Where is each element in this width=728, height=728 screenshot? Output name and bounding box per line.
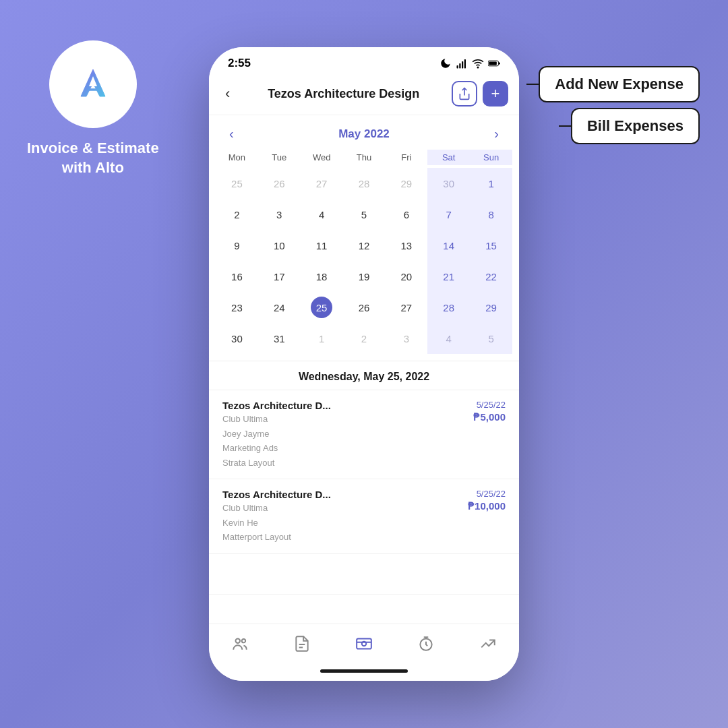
- expense-project-name: Tezos Architecture D...: [222, 400, 331, 411]
- cal-day[interactable]: 7: [427, 199, 470, 230]
- cal-day[interactable]: 22: [470, 261, 512, 292]
- calendar-next-button[interactable]: ›: [487, 123, 506, 144]
- cal-day[interactable]: 25: [216, 168, 258, 199]
- cal-day[interactable]: 2: [343, 323, 386, 354]
- cal-day[interactable]: 9: [216, 230, 258, 261]
- calendar-grid: Mon Tue Wed Thu Fri Sat Sun 25 26 27 28 …: [216, 150, 512, 354]
- cal-day[interactable]: 6: [385, 199, 427, 230]
- callout-bill-expenses: Bill Expenses: [571, 108, 700, 144]
- expense-subcategory: Strata Layout: [222, 456, 331, 470]
- cal-day[interactable]: 17: [258, 261, 301, 292]
- cal-day[interactable]: 23: [216, 292, 258, 323]
- cal-day[interactable]: 11: [301, 230, 343, 261]
- cal-day[interactable]: 27: [385, 292, 427, 323]
- home-indicator-bar: [320, 669, 408, 673]
- cal-day[interactable]: 10: [258, 230, 301, 261]
- cal-day[interactable]: 14: [427, 230, 470, 261]
- expense-item-right: 5/25/22 ₱10,000: [468, 489, 506, 512]
- cal-day[interactable]: 3: [385, 323, 427, 354]
- nav-bar: ‹ Tezos Architecture Design +: [209, 75, 519, 115]
- expense-person: Kevin He: [222, 516, 331, 530]
- svg-rect-0: [457, 65, 458, 69]
- status-bar: 2:55: [209, 47, 519, 75]
- cal-day[interactable]: 26: [343, 292, 386, 323]
- cal-day[interactable]: 13: [385, 230, 427, 261]
- cal-day[interactable]: 3: [258, 199, 301, 230]
- cal-day[interactable]: 31: [258, 323, 301, 354]
- add-icon: +: [491, 86, 500, 101]
- cal-day[interactable]: 12: [343, 230, 386, 261]
- expense-amount: ₱10,000: [468, 500, 506, 512]
- cal-day[interactable]: 19: [343, 261, 386, 292]
- expense-project-name: Tezos Architecture D...: [222, 489, 331, 500]
- cal-day[interactable]: 29: [385, 168, 427, 199]
- svg-rect-3: [464, 59, 466, 69]
- cal-day[interactable]: 28: [343, 168, 386, 199]
- brand-logo-circle: [49, 40, 137, 128]
- expense-item-left: Tezos Architecture D... Club Ultima Joey…: [222, 400, 331, 469]
- brand-area: Invoice & Estimatewith Alto: [27, 40, 159, 177]
- cal-day[interactable]: 5: [470, 323, 512, 354]
- nav-reports-button[interactable]: [468, 632, 508, 655]
- expenses-icon: [355, 635, 373, 653]
- cal-day[interactable]: 2: [216, 199, 258, 230]
- cal-day[interactable]: 4: [427, 323, 470, 354]
- bottom-nav: [209, 624, 519, 661]
- expense-item-empty: [209, 554, 519, 595]
- svg-point-10: [242, 639, 245, 642]
- expense-person: Joey Jayme: [222, 427, 331, 441]
- svg-rect-1: [459, 63, 460, 69]
- phone-frame: 2:55: [209, 47, 519, 681]
- share-button[interactable]: [452, 81, 477, 107]
- back-button[interactable]: ‹: [220, 82, 235, 105]
- cal-day[interactable]: 4: [301, 199, 343, 230]
- cal-day[interactable]: 8: [470, 199, 512, 230]
- expense-category: Marketing Ads: [222, 442, 331, 455]
- battery-icon: [488, 57, 500, 69]
- calendar-month-label: May 2022: [338, 127, 390, 141]
- cal-day[interactable]: 18: [301, 261, 343, 292]
- expense-item[interactable]: Tezos Architecture D... Club Ultima Joey…: [209, 390, 519, 479]
- cal-day-selected[interactable]: 25: [301, 292, 343, 323]
- expense-date: 5/25/22: [477, 489, 506, 499]
- expense-date: 5/25/22: [477, 400, 506, 410]
- cal-day[interactable]: 30: [216, 323, 258, 354]
- calendar-prev-button[interactable]: ‹: [222, 123, 241, 144]
- nav-expenses-button[interactable]: [344, 632, 384, 655]
- callout-add-expense: Add New Expense: [539, 66, 700, 102]
- clients-icon: [231, 635, 249, 653]
- weekday-sun: Sun: [470, 150, 512, 165]
- cal-day[interactable]: 24: [258, 292, 301, 323]
- expense-item-left: Tezos Architecture D... Club Ultima Kevi…: [222, 489, 331, 544]
- document-icon: [293, 635, 311, 653]
- cal-day[interactable]: 1: [470, 168, 512, 199]
- cal-day[interactable]: 30: [427, 168, 470, 199]
- brand-tagline: Invoice & Estimatewith Alto: [27, 139, 159, 177]
- calendar-section: ‹ May 2022 › Mon Tue Wed Thu Fri Sat Sun…: [209, 115, 519, 361]
- svg-point-4: [477, 67, 479, 68]
- cal-day[interactable]: 5: [343, 199, 386, 230]
- add-expense-button[interactable]: +: [483, 81, 508, 107]
- cal-day[interactable]: 26: [258, 168, 301, 199]
- status-time: 2:55: [228, 57, 251, 70]
- timer-icon: [417, 635, 435, 653]
- nav-clients-button[interactable]: [220, 632, 260, 655]
- alto-logo-icon: [66, 57, 120, 111]
- weekday-tue: Tue: [258, 150, 301, 165]
- expense-item-right: 5/25/22 ₱5,000: [473, 400, 506, 423]
- nav-timer-button[interactable]: [406, 632, 446, 655]
- expense-client: Club Ultima: [222, 413, 331, 426]
- cal-day[interactable]: 16: [216, 261, 258, 292]
- cal-day[interactable]: 1: [301, 323, 343, 354]
- cal-day[interactable]: 15: [470, 230, 512, 261]
- cal-day[interactable]: 28: [427, 292, 470, 323]
- cal-day[interactable]: 20: [385, 261, 427, 292]
- cal-day[interactable]: 27: [301, 168, 343, 199]
- cal-day[interactable]: 21: [427, 261, 470, 292]
- calendar-days[interactable]: 25 26 27 28 29 30 1 2 3 4 5 6 7 8 9 10 1…: [216, 168, 512, 354]
- expense-item[interactable]: Tezos Architecture D... Club Ultima Kevi…: [209, 479, 519, 554]
- cal-day[interactable]: 29: [470, 292, 512, 323]
- nav-title: Tezos Architecture Design: [235, 87, 452, 101]
- expense-date-header: Wednesday, May 25, 2022: [209, 361, 519, 390]
- nav-invoices-button[interactable]: [282, 632, 322, 655]
